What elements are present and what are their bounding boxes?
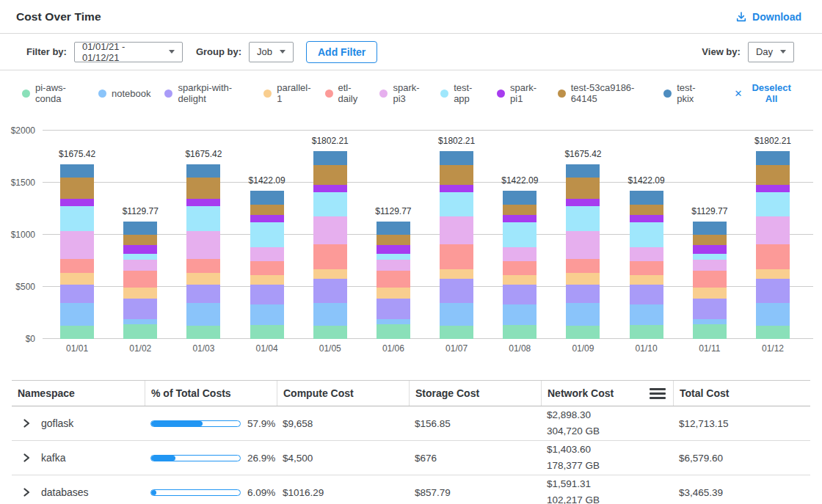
legend-item-spark-pi3[interactable]: spark-pi3 [379,82,426,104]
bar-segment-spark-pi1[interactable] [566,199,600,206]
bar-segment-spark-pi3[interactable] [440,216,473,244]
bar-segment-parallel-1[interactable] [693,288,727,299]
bar-segment-notebook[interactable] [186,303,220,326]
legend-item-test-53ca9186-64145[interactable]: test-53ca9186-64145 [558,82,650,104]
bar-segment-test-53ca9186-64145[interactable] [756,165,790,184]
legend-item-sparkpi-with-delight[interactable]: sparkpi-with-delight [164,82,250,104]
bar-segment-sparkpi-with-delight[interactable] [377,299,410,319]
legend-item-etl-daily[interactable]: etl-daily [325,82,366,104]
bar-segment-pi-aws-conda[interactable] [756,326,790,339]
bar-segment-notebook[interactable] [60,303,94,326]
bar-segment-etl-daily[interactable] [440,244,473,269]
bar-segment-spark-pi3[interactable] [60,231,94,259]
bar-segment-spark-pi3[interactable] [186,231,220,259]
bar-segment-spark-pi1[interactable] [756,185,790,192]
expand-chevron-icon[interactable] [22,453,31,463]
bar-segment-sparkpi-with-delight[interactable] [693,299,727,319]
bar-segment-spark-pi3[interactable] [566,231,600,259]
bar-segment-pi-aws-conda[interactable] [693,324,727,339]
bar-segment-spark-pi3[interactable] [693,260,727,271]
bar-segment-test-pkix[interactable] [123,222,157,235]
bar-segment-spark-pi1[interactable] [123,245,157,254]
bar-segment-sparkpi-with-delight[interactable] [630,285,663,304]
bar-segment-test-app[interactable] [60,206,94,231]
bar-segment-test-pkix[interactable] [693,222,727,235]
column-header-total-cost[interactable]: Total Cost [673,381,810,406]
stacked-bar[interactable] [377,222,410,339]
bar-segment-pi-aws-conda[interactable] [186,326,220,339]
deselect-all-button[interactable]: ✕ Deselect All [730,81,800,105]
date-range-select[interactable]: 01/01/21 - 01/12/21 [74,42,183,62]
bar-segment-test-app[interactable] [186,206,220,231]
bar-segment-test-53ca9186-64145[interactable] [250,205,284,215]
bar-segment-spark-pi1[interactable] [693,245,727,254]
bar-segment-etl-daily[interactable] [186,259,220,273]
column-header-network-cost[interactable]: Network Cost [541,381,673,406]
bar-segment-spark-pi1[interactable] [60,199,94,206]
bar-segment-test-53ca9186-64145[interactable] [60,178,94,198]
view-by-select[interactable]: Day [748,42,794,62]
bar-segment-pi-aws-conda[interactable] [313,326,347,339]
bar-segment-test-53ca9186-64145[interactable] [503,205,537,215]
bar-segment-etl-daily[interactable] [377,271,410,288]
add-filter-button[interactable]: Add Filter [306,41,377,63]
bar-segment-pi-aws-conda[interactable] [60,326,94,339]
bar-segment-pi-aws-conda[interactable] [503,325,537,339]
bar-segment-notebook[interactable] [377,319,410,324]
bar-segment-parallel-1[interactable] [566,273,600,284]
bar-segment-test-53ca9186-64145[interactable] [377,235,410,245]
bar-segment-test-53ca9186-64145[interactable] [566,178,600,198]
download-button[interactable]: Download [731,10,806,23]
bar-segment-parallel-1[interactable] [250,275,284,285]
stacked-bar[interactable] [693,222,727,339]
bar-segment-spark-pi3[interactable] [123,260,157,271]
bar-segment-etl-daily[interactable] [123,271,157,288]
bar-segment-etl-daily[interactable] [60,259,94,273]
bar-segment-parallel-1[interactable] [503,275,537,285]
bar-segment-test-pkix[interactable] [250,191,284,204]
group-by-select[interactable]: Job [249,42,294,62]
expand-chevron-icon[interactable] [22,487,31,497]
bar-segment-pi-aws-conda[interactable] [250,325,284,339]
bar-segment-etl-daily[interactable] [313,244,347,269]
stacked-bar[interactable] [123,222,157,339]
bar-segment-etl-daily[interactable] [756,244,790,269]
bar-segment-test-pkix[interactable] [313,151,347,165]
bar-segment-notebook[interactable] [503,304,537,325]
bar-segment-pi-aws-conda[interactable] [630,325,663,339]
bar-segment-etl-daily[interactable] [566,259,600,273]
stacked-bar[interactable] [186,164,220,339]
bar-segment-test-app[interactable] [123,254,157,260]
legend-item-spark-pi1[interactable]: spark-pi1 [497,82,544,104]
bar-segment-spark-pi1[interactable] [440,185,473,192]
bar-segment-sparkpi-with-delight[interactable] [250,285,284,304]
bar-segment-spark-pi3[interactable] [377,260,410,271]
bar-segment-notebook[interactable] [756,303,790,326]
bar-segment-test-53ca9186-64145[interactable] [186,178,220,198]
bar-segment-notebook[interactable] [630,304,663,325]
legend-item-test-app[interactable]: test-app [440,82,483,104]
column-header-percent-of-total-costs[interactable]: % of Total Costs [145,381,277,406]
bar-segment-test-app[interactable] [503,222,537,247]
bar-segment-spark-pi1[interactable] [630,215,663,222]
stacked-bar[interactable] [503,191,537,339]
bar-segment-test-pkix[interactable] [186,164,220,178]
bar-segment-pi-aws-conda[interactable] [566,326,600,339]
bar-segment-parallel-1[interactable] [377,288,410,299]
bar-segment-test-53ca9186-64145[interactable] [313,165,347,184]
bar-segment-spark-pi3[interactable] [250,247,284,261]
bar-segment-pi-aws-conda[interactable] [123,324,157,339]
column-menu-icon[interactable] [650,388,666,399]
stacked-bar[interactable] [756,151,790,339]
bar-segment-notebook[interactable] [693,319,727,324]
bar-segment-notebook[interactable] [440,303,473,326]
stacked-bar[interactable] [250,191,284,339]
bar-segment-pi-aws-conda[interactable] [377,324,410,339]
bar-segment-test-app[interactable] [377,254,410,260]
bar-segment-sparkpi-with-delight[interactable] [186,285,220,303]
bar-segment-test-53ca9186-64145[interactable] [440,165,473,184]
bar-segment-parallel-1[interactable] [440,269,473,279]
legend-item-notebook[interactable]: notebook [98,88,151,99]
bar-segment-test-pkix[interactable] [566,164,600,178]
bar-segment-test-app[interactable] [566,206,600,231]
